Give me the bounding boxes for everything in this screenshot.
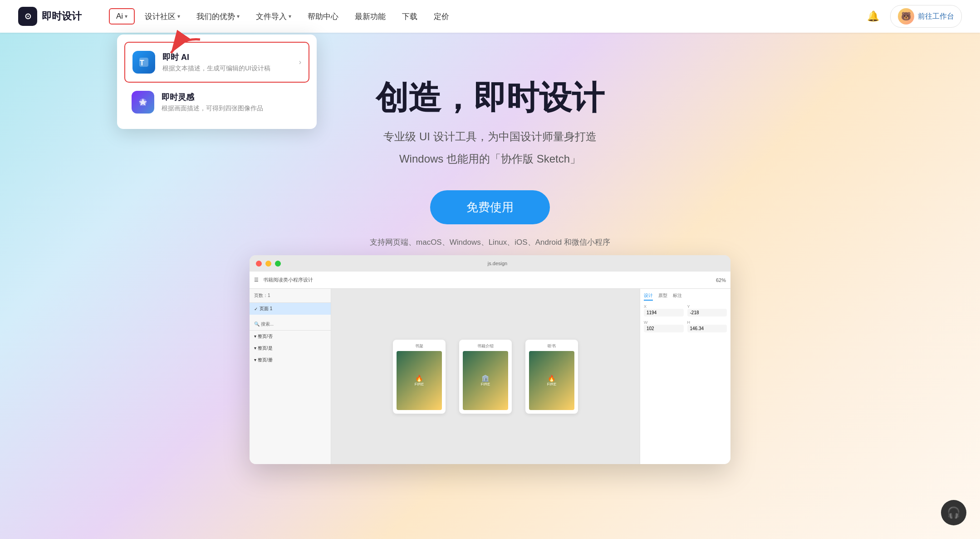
sidebar-page-1[interactable]: ✓ 页面 1 [250,303,331,315]
page-count-label: 页数：1 [254,292,270,299]
close-dot [256,261,262,267]
hero-subtitle-2: Windows 也能用的「协作版 Sketch」 [0,150,980,168]
chevron-down-icon: ▾ [177,13,180,20]
goto-workspace-button[interactable]: 🐻 前往工作台 [890,5,962,28]
card-label-2: 书籍介绍 [463,343,508,349]
book-cover-2: 🏛️ FIRE [463,351,508,410]
book-cover-1: 🔥 FIRE [397,351,442,410]
app-screenshot: js.design ☰ 书籍阅读类小程序设计 62% 页数：1 ✓ 页面 1 🔍… [250,255,730,464]
app-right-panel: 设计 原型 标注 X 1194 Y -218 W [640,289,730,464]
card-label-3: 听书 [529,343,574,349]
chevron-down-icon: ▾ [289,13,291,20]
search-bar[interactable]: 🔍 搜索... [250,318,331,331]
nav-item-help[interactable]: 帮助中心 [301,9,345,25]
layer-item-3[interactable]: ▾ 整页/册 [250,354,331,366]
dropdown-item-jishi-ai[interactable]: T 即时 AI 根据文本描述，生成可编辑的UI设计稿 › [124,42,309,83]
app-body: 页数：1 ✓ 页面 1 🔍 搜索... ▾ 整页/否 ▾ 整页/是 ▾ 整页/册… [250,289,730,464]
app-titlebar: js.design [250,255,730,272]
nav-ai-label: Ai [116,12,123,21]
canvas-card-1: 书架 🔥 FIRE [393,340,446,414]
nav-item-import[interactable]: 文件导入 ▾ [250,9,298,25]
card-label-1: 书架 [397,343,442,349]
svg-text:T: T [140,59,144,67]
tab-design[interactable]: 设计 [644,292,653,301]
chevron-right-icon: › [299,58,301,66]
logo-area[interactable]: ⊙ 即时设计 [18,7,82,26]
logo-icon: ⊙ [18,7,37,26]
w-input: W 102 [644,320,684,332]
nav-item-ai[interactable]: Ai ▾ [109,8,135,25]
sidebar-header: 页数：1 [250,289,331,303]
right-panel-tabs: 设计 原型 标注 [644,292,727,301]
jishi-inspiration-icon [132,91,154,114]
url-bar: js.design [271,261,724,266]
dropdown-item-jishi-inspiration[interactable]: 即时灵感 根据画面描述，可得到四张图像作品 [124,83,309,122]
h-input: H 146.34 [687,320,727,332]
app-canvas: 书架 🔥 FIRE 书籍介绍 🏛️ FIRE [331,289,640,464]
book-cover-3: 🔥 FIRE [529,351,574,410]
app-sidebar: 页数：1 ✓ 页面 1 🔍 搜索... ▾ 整页/否 ▾ 整页/是 ▾ 整页/册 [250,289,331,464]
ai-dropdown: T 即时 AI 根据文本描述，生成可编辑的UI设计稿 › 即时灵感 根据画面描述… [117,35,317,129]
jishi-inspiration-desc: 根据画面描述，可得到四张图像作品 [162,104,302,113]
hero-subtitle-1: 专业级 UI 设计工具，为中国设计师量身打造 [0,128,980,145]
canvas-card-2: 书籍介绍 🏛️ FIRE [459,340,512,414]
logo-text: 即时设计 [42,10,82,23]
jishi-inspiration-title: 即时灵感 [162,92,302,103]
main-nav: Ai ▾ 设计社区 ▾ 我们的优势 ▾ 文件导入 ▾ 帮助中心 最新功能 下载 … [109,8,867,25]
project-name: 书籍阅读类小程序设计 [263,277,313,283]
layer-item-1[interactable]: ▾ 整页/否 [250,331,331,342]
jishi-inspiration-text: 即时灵感 根据画面描述，可得到四张图像作品 [162,92,302,113]
nav-item-advantages[interactable]: 我们的优势 ▾ [190,9,246,25]
header-right: 🔔 🐻 前往工作台 [867,5,962,28]
hero-platforms: 支持网页端、macOS、Windows、Linux、iOS、Android 和微… [0,237,980,247]
chevron-down-icon: ▾ [237,13,240,20]
menu-icon[interactable]: ☰ [254,277,259,283]
header: ⊙ 即时设计 Ai ▾ 设计社区 ▾ 我们的优势 ▾ 文件导入 ▾ 帮助中心 最… [0,0,980,33]
app-toolbar: ☰ 书籍阅读类小程序设计 62% [250,272,730,289]
nav-item-design-community[interactable]: 设计社区 ▾ [138,9,186,25]
y-input: Y -218 [687,304,727,316]
tab-annotation[interactable]: 标注 [673,292,682,301]
layer-item-2[interactable]: ▾ 整页/是 [250,342,331,354]
support-button[interactable]: 🎧 [941,500,966,525]
zoom-level: 62% [716,277,726,283]
tab-prototype[interactable]: 原型 [658,292,667,301]
w-h-inputs: W 102 H 146.34 [644,320,727,332]
checkmark-icon: ✓ [254,307,258,312]
nav-item-pricing[interactable]: 定价 [427,9,456,25]
x-input: X 1194 [644,304,684,316]
x-y-inputs: X 1194 Y -218 [644,304,727,316]
free-use-button[interactable]: 免费使用 [430,190,550,224]
chevron-down-icon: ▾ [125,13,127,20]
jishi-ai-icon: T [132,51,155,74]
avatar: 🐻 [898,8,914,25]
notification-bell-icon[interactable]: 🔔 [867,10,879,22]
nav-item-download[interactable]: 下载 [396,9,424,25]
headphone-icon: 🎧 [947,506,960,519]
canvas-card-3: 听书 🔥 FIRE [525,340,578,414]
nav-item-latest[interactable]: 最新功能 [348,9,392,25]
workspace-label: 前往工作台 [918,12,954,21]
